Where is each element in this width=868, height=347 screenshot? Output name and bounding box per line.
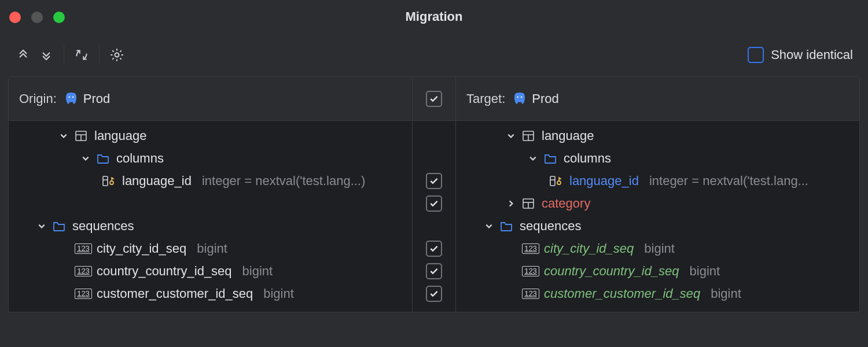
origin-db-name: Prod — [83, 91, 110, 106]
show-identical-checkbox[interactable] — [748, 47, 764, 63]
tree-label: columns — [116, 151, 164, 166]
settings-button[interactable] — [105, 43, 128, 67]
close-window-button[interactable] — [9, 12, 21, 23]
chevron-down-icon[interactable] — [527, 152, 539, 165]
tree-label: language_id — [122, 174, 192, 189]
select-all-cell — [413, 77, 455, 121]
tree-label: country_country_id_seq — [97, 264, 232, 279]
window-traffic-lights — [9, 12, 65, 23]
chevron-down-icon[interactable] — [79, 152, 92, 165]
row-checkbox[interactable] — [426, 241, 442, 257]
folder-icon — [543, 151, 558, 166]
chevron-down-icon[interactable] — [483, 220, 495, 232]
chevron-down-icon[interactable] — [57, 130, 70, 142]
column-type: bigint — [197, 241, 227, 256]
target-label: Target: — [466, 91, 505, 106]
chevron-right-icon[interactable] — [505, 197, 517, 210]
selection-column — [412, 77, 456, 312]
tree-node-sequence: 123country_country_id_seqbigint — [456, 260, 859, 282]
svg-point-8 — [110, 181, 113, 184]
svg-point-10 — [521, 96, 522, 97]
tree-node-folder: columns — [9, 147, 412, 169]
origin-header: Origin: Prod — [9, 77, 412, 121]
minimize-window-button[interactable] — [31, 12, 43, 23]
tree-spacer-row — [9, 192, 412, 215]
tree-node-sequence: 123city_city_id_seqbigint — [456, 237, 859, 260]
postgres-icon — [512, 91, 527, 106]
svg-point-2 — [72, 96, 73, 97]
tree-label: sequences — [72, 219, 134, 234]
sequence-icon: 123 — [523, 241, 538, 256]
origin-tree[interactable]: language columns language_idinteger = ne… — [9, 121, 412, 312]
table-icon — [521, 128, 536, 143]
row-checkbox[interactable] — [426, 263, 442, 279]
row-checkbox[interactable] — [426, 195, 442, 212]
column-type: bigint — [644, 241, 675, 256]
chevron-down-icon[interactable] — [35, 220, 48, 232]
row-checkbox[interactable] — [426, 173, 442, 189]
sequence-icon: 123 — [76, 264, 91, 279]
svg-point-1 — [68, 96, 69, 97]
swap-button[interactable] — [70, 43, 93, 67]
column-type: bigint — [711, 286, 741, 301]
chevron-down-icon[interactable] — [505, 130, 517, 142]
tree-label: columns — [564, 151, 611, 166]
table-icon — [73, 128, 89, 143]
show-identical-toggle[interactable]: Show identical — [748, 47, 853, 63]
tree-node-folder: columns — [456, 147, 859, 169]
tree-node-sequence: 123customer_customer_id_seqbigint — [9, 282, 412, 305]
toolbar-separator — [99, 45, 100, 65]
origin-label: Origin: — [19, 91, 57, 106]
tree-label: sequences — [520, 219, 581, 234]
tree-node-column: language_idinteger = nextval('test.lang.… — [9, 169, 412, 192]
svg-point-16 — [557, 181, 561, 184]
tree-label-added: country_country_id_seq — [544, 264, 679, 279]
column-type: bigint — [242, 264, 273, 279]
tree-node-table: category — [456, 192, 859, 215]
tree-label: customer_customer_id_seq — [97, 286, 253, 301]
column-type: integer = nextval('test.lang... — [649, 174, 808, 189]
tree-node-folder: sequences — [456, 215, 859, 237]
origin-column: Origin: Prod language columns language_i… — [9, 77, 412, 312]
collapse-all-button[interactable] — [35, 43, 58, 67]
target-tree[interactable]: language columns language_idinteger = ne… — [456, 121, 859, 312]
tree-label: language — [542, 128, 594, 143]
svg-rect-14 — [550, 176, 555, 186]
primary-key-column-icon — [101, 174, 116, 189]
target-db-name: Prod — [532, 91, 558, 106]
target-header: Target: Prod — [456, 77, 859, 121]
tree-label-added: customer_customer_id_seq — [544, 286, 700, 301]
tree-label: city_city_id_seq — [97, 241, 186, 256]
tree-node-sequence: 123country_country_id_seqbigint — [9, 260, 412, 282]
svg-point-0 — [115, 53, 119, 57]
row-checkbox[interactable] — [426, 286, 442, 302]
folder-icon — [52, 219, 67, 234]
tree-label: language — [94, 128, 147, 143]
tree-node-sequence: 123city_city_id_seqbigint — [9, 237, 412, 260]
column-type: bigint — [690, 264, 720, 279]
sequence-icon: 123 — [76, 241, 91, 256]
postgres-icon — [64, 91, 79, 106]
show-identical-label: Show identical — [771, 47, 853, 62]
tree-node-table: language — [456, 124, 859, 147]
tree-node-column: language_idinteger = nextval('test.lang.… — [456, 169, 859, 192]
window-titlebar: Migration — [0, 0, 868, 34]
expand-all-button[interactable] — [12, 43, 35, 67]
tree-label-modified: language_id — [569, 174, 639, 189]
tree-label-added: city_city_id_seq — [544, 241, 634, 256]
toolbar: Show identical — [0, 34, 868, 76]
svg-point-9 — [517, 96, 518, 97]
tree-node-sequence: 123customer_customer_id_seqbigint — [456, 282, 859, 305]
sequence-icon: 123 — [523, 286, 538, 301]
zoom-window-button[interactable] — [53, 12, 65, 23]
select-all-checkbox[interactable] — [426, 91, 442, 107]
svg-rect-6 — [103, 176, 108, 186]
primary-key-column-icon — [549, 174, 564, 189]
folder-icon — [499, 219, 514, 234]
folder-icon — [95, 151, 111, 166]
table-icon — [521, 196, 536, 211]
tree-node-folder: sequences — [9, 215, 412, 237]
target-column: Target: Prod language columns language_i… — [456, 77, 859, 312]
column-type: integer = nextval('test.lang...) — [202, 174, 365, 189]
tree-node-table: language — [9, 124, 412, 147]
